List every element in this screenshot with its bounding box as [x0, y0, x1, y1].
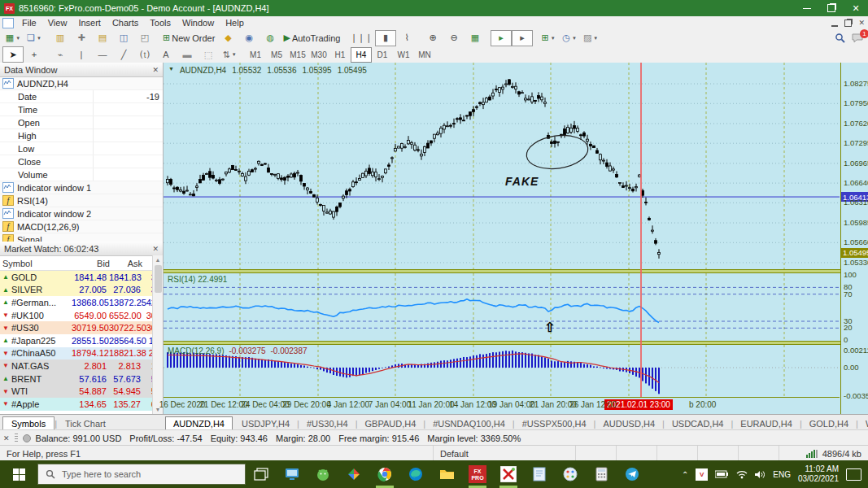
fake-text-annotation[interactable]: FAKE: [505, 175, 539, 188]
volume-icon[interactable]: [755, 470, 765, 479]
dropdown-arrow-icon[interactable]: ▼: [232, 52, 237, 57]
notepad-taskbar-button[interactable]: [524, 460, 555, 488]
chart-fore-button[interactable]: ▤: [92, 30, 113, 46]
symbol-row-wti[interactable]: ▼WTI54.88754.94558: [0, 385, 163, 398]
menu-tools[interactable]: Tools: [144, 18, 177, 28]
new-chart-button[interactable]: ▦▼: [2, 30, 24, 46]
chart-tab-wtih4[interactable]: WTI,H4: [858, 417, 868, 430]
strategy-tester-button[interactable]: ◰: [134, 30, 155, 46]
tab-tick-chart[interactable]: Tick Chart: [57, 417, 114, 430]
timeframe-d1[interactable]: D1: [372, 47, 393, 63]
menu-view[interactable]: View: [42, 18, 73, 28]
ellipse-annotation[interactable]: [505, 132, 603, 181]
symbol-row-natgas[interactable]: ▼NAT.GAS2.8012.81312: [0, 359, 163, 373]
step-forward-button[interactable]: ▸: [512, 30, 533, 46]
column-bid[interactable]: Bid: [72, 259, 112, 268]
horizontal-line-button[interactable]: —: [92, 46, 113, 63]
market-watch-columns[interactable]: Symbol Bid Ask !: [0, 256, 163, 271]
templates-button[interactable]: ▨▼: [580, 30, 601, 46]
timeframe-m1[interactable]: M1: [245, 47, 266, 63]
menu-insert[interactable]: Insert: [72, 18, 107, 28]
tray-v-app-icon[interactable]: V: [696, 468, 708, 481]
price-axis[interactable]: 1.06413 1.05495 1.082751.079501.076201.0…: [840, 63, 868, 414]
timeframe-w1[interactable]: W1: [393, 47, 414, 63]
expert-advisor-button[interactable]: ◆: [217, 30, 238, 46]
symbol-row-uk100[interactable]: ▼#UK1006549.006552.00300: [0, 309, 163, 322]
child-restore-button[interactable]: [844, 20, 852, 27]
symbol-row-brent[interactable]: ▲BRENT57.61657.67357: [0, 373, 163, 386]
dropdown-arrow-icon[interactable]: ▼: [37, 36, 41, 41]
chart-tab-audnzdh4[interactable]: AUDNZD,H4: [165, 416, 233, 430]
tile-windows-button[interactable]: ▦: [465, 30, 486, 46]
photos-taskbar-button[interactable]: [338, 460, 369, 488]
autotrading-button[interactable]: ▶AutoTrading: [281, 30, 342, 46]
market-watch-header[interactable]: Market Watch: 06:02:43 ✕: [0, 242, 163, 256]
trend-tools-button[interactable]: ⌁: [50, 46, 71, 63]
text-label-button[interactable]: A: [155, 46, 177, 63]
search-icon[interactable]: [835, 33, 845, 43]
minimize-button[interactable]: [795, 0, 819, 16]
pc-taskbar-button[interactable]: [277, 460, 308, 488]
new-order-button[interactable]: ⊞New Order: [160, 30, 217, 46]
vertical-line-button[interactable]: |: [71, 46, 92, 63]
step-back-button[interactable]: ▸: [491, 30, 512, 46]
status-grip[interactable]: [15, 434, 18, 443]
menu-file[interactable]: File: [16, 18, 42, 28]
dropdown-arrow-icon[interactable]: ▼: [15, 36, 20, 41]
candlestick-button[interactable]: ▮: [375, 30, 396, 46]
symbol-row-gold[interactable]: ▲GOLD1841.481841.8335: [0, 271, 163, 284]
profile-indicator[interactable]: Default: [434, 446, 576, 461]
chart-tab-us30h4[interactable]: #US30,H4: [299, 417, 355, 430]
data-window-button[interactable]: ◫: [113, 30, 134, 46]
symbol-row-silver[interactable]: ▲SILVER27.00527.03631: [0, 284, 163, 297]
symbol-row-apple[interactable]: ▼#Apple134.65135.2762: [0, 398, 163, 411]
scroll-up-icon[interactable]: ▲: [155, 257, 161, 263]
restore-button[interactable]: [819, 0, 844, 16]
chart-tab-usdjpyh4[interactable]: USDJPY,H4: [234, 417, 297, 430]
chart-tab-goldh4[interactable]: GOLD,H4: [802, 417, 856, 430]
chart-area[interactable]: ▼ AUDNZD,H4 1.05532 1.05536 1.05395 1.05…: [164, 63, 868, 414]
up-arrow-annotation[interactable]: ⇧: [544, 321, 555, 334]
x-app-taskbar-button[interactable]: [493, 460, 524, 488]
indicators-button[interactable]: ⊞▼: [538, 30, 559, 46]
chart-tab-gbpaudh4[interactable]: GBPAUD,H4: [358, 417, 424, 430]
child-minimize-button[interactable]: [831, 20, 838, 27]
menu-help[interactable]: Help: [220, 18, 250, 28]
tab-symbols[interactable]: Symbols: [2, 416, 55, 430]
clock[interactable]: 11:02 AM 03/02/2021: [798, 464, 839, 484]
explorer-taskbar-button[interactable]: [431, 460, 462, 488]
status-close-icon[interactable]: ✕: [3, 434, 10, 442]
menu-window[interactable]: Window: [177, 18, 220, 28]
market-watch-close-icon[interactable]: ✕: [152, 245, 159, 253]
dropdown-arrow-icon[interactable]: ▼: [593, 36, 598, 41]
language-indicator[interactable]: ENG: [773, 470, 791, 479]
timeframe-m5[interactable]: M5: [266, 47, 287, 63]
periods-button[interactable]: ◷▼: [559, 30, 580, 46]
column-ask[interactable]: Ask: [112, 259, 145, 268]
dropdown-arrow-icon[interactable]: ▼: [572, 36, 577, 41]
menu-charts[interactable]: Charts: [107, 18, 144, 28]
chrome-taskbar-button[interactable]: [369, 460, 400, 488]
action-center-icon[interactable]: [846, 468, 861, 481]
crosshair-button[interactable]: +: [24, 46, 45, 63]
chart-tab-usndaq100h4[interactable]: #USNDAQ100,H4: [425, 417, 513, 430]
edge-taskbar-button[interactable]: [400, 460, 431, 488]
trendline-button[interactable]: ╱: [113, 46, 134, 63]
paint-taskbar-button[interactable]: [555, 460, 586, 488]
text-box-button[interactable]: ⒯: [134, 46, 155, 63]
profiles-button[interactable]: ❏▼: [24, 30, 45, 46]
android-taskbar-button[interactable]: [308, 460, 338, 488]
symbol-row-japan225[interactable]: ▲#Japan22528551.5028564.501...: [0, 334, 163, 347]
tray-expand-icon[interactable]: ⌃: [682, 470, 688, 479]
fxpro-taskbar-button[interactable]: FXPRO: [462, 460, 493, 488]
zoom-in-button[interactable]: ⊕: [422, 30, 443, 46]
data-window-header[interactable]: Data Window ✕: [0, 63, 163, 77]
timeframe-m15[interactable]: M15: [287, 47, 308, 63]
shapes-button[interactable]: ▬: [177, 46, 198, 63]
start-button[interactable]: [0, 460, 37, 488]
chart-tab-usspx500h4[interactable]: #USSPX500,H4: [515, 417, 594, 430]
zoom-out-button[interactable]: ⊖: [443, 30, 465, 46]
symbol-row-german[interactable]: ▲#German...13868.0513872.25420: [0, 296, 163, 309]
line-chart-button[interactable]: ⌇: [396, 30, 417, 46]
market-watch-scrollbar[interactable]: ▲ ▼: [152, 255, 163, 414]
